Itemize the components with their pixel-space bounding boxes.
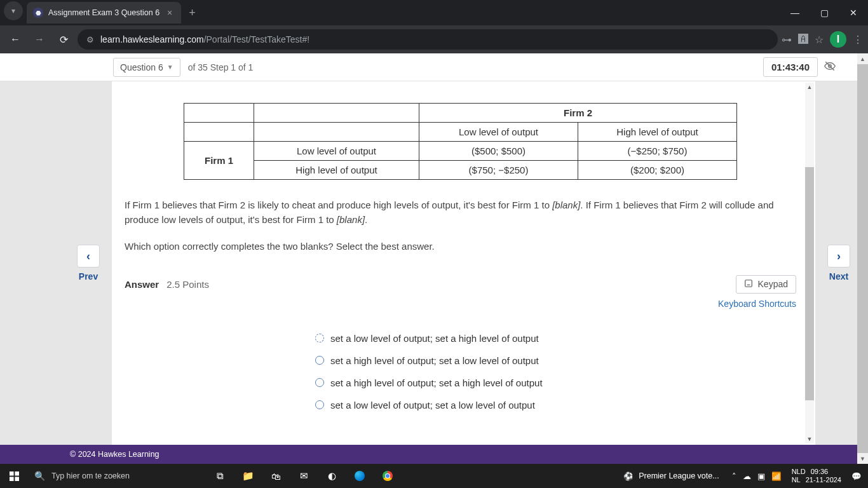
page-viewport: Question 6 ▼ of 35 Step 1 of 1 01:43:40 … bbox=[0, 53, 868, 464]
next-nav: › Next bbox=[820, 81, 857, 445]
close-tab-icon[interactable]: × bbox=[165, 8, 175, 18]
option-4-label: set a low level of output; set a low lev… bbox=[330, 400, 535, 410]
option-4[interactable]: set a low level of output; set a low lev… bbox=[315, 400, 796, 410]
wifi-icon[interactable]: 📶 bbox=[771, 471, 782, 481]
prev-button[interactable]: ‹ bbox=[77, 245, 100, 268]
translate-icon[interactable]: 🅰 bbox=[798, 34, 808, 45]
cell-low-high: (−$250; $750) bbox=[578, 142, 737, 161]
svg-rect-10 bbox=[10, 471, 14, 476]
system-tray: ⚽ Premier League vote... ˄ ☁ ▣ 📶 NLD 09:… bbox=[617, 468, 868, 484]
tab-title: Assignment Exam 3 Question 6 bbox=[48, 8, 159, 17]
option-1-label: set a low level of output; set a high le… bbox=[330, 333, 539, 344]
new-tab-button[interactable]: + bbox=[181, 6, 203, 20]
prev-nav: ‹ Prev bbox=[70, 81, 107, 445]
bookmark-star-icon[interactable]: ☆ bbox=[815, 34, 824, 46]
question-header-bar: Question 6 ▼ of 35 Step 1 of 1 01:43:40 bbox=[0, 53, 857, 81]
answer-options: set a low level of output; set a high le… bbox=[315, 333, 796, 410]
radio-icon bbox=[315, 378, 324, 387]
option-3[interactable]: set a high level of output; set a high l… bbox=[315, 377, 796, 388]
news-text: Premier League vote... bbox=[639, 471, 719, 480]
chevron-down-icon: ▼ bbox=[167, 64, 173, 71]
question-paragraph-1: If Firm 1 believes that Firm 2 is likely… bbox=[125, 198, 796, 227]
onedrive-icon[interactable]: ☁ bbox=[743, 471, 751, 481]
taskbar-search[interactable]: 🔍 Typ hier om te zoeken bbox=[28, 464, 206, 488]
timer-box: 01:43:40 bbox=[763, 57, 836, 77]
option-2[interactable]: set a high level of output; set a low le… bbox=[315, 355, 796, 366]
lang-indicator-1: NLD bbox=[792, 468, 806, 476]
mail-icon[interactable]: ✉ bbox=[290, 464, 318, 488]
task-view-icon[interactable]: ⧉ bbox=[206, 464, 234, 488]
clock-time: 09:36 bbox=[811, 468, 829, 476]
next-label: Next bbox=[829, 271, 848, 281]
card-scrollbar[interactable]: ▲ ▼ bbox=[805, 83, 814, 444]
clock-date: 21-11-2024 bbox=[806, 476, 841, 484]
row-high-header: High level of output bbox=[254, 161, 419, 180]
close-window-button[interactable]: ✕ bbox=[839, 0, 868, 25]
tray-chevron-icon[interactable]: ˄ bbox=[732, 471, 736, 481]
cell-high-low: ($750; −$250) bbox=[419, 161, 578, 180]
reload-button[interactable]: ⟳ bbox=[53, 29, 74, 50]
scroll-down-icon[interactable]: ▼ bbox=[857, 453, 868, 464]
next-button[interactable]: › bbox=[827, 245, 850, 268]
q-blank-1: [blank] bbox=[552, 200, 580, 210]
profile-avatar[interactable]: I bbox=[830, 31, 846, 48]
prev-label: Prev bbox=[79, 271, 98, 281]
keyboard-shortcuts-link[interactable]: Keyboard Shortcuts bbox=[125, 299, 796, 309]
answer-header-row: Answer 2.5 Points Keypad bbox=[125, 275, 796, 294]
scroll-track[interactable] bbox=[805, 92, 814, 435]
option-3-label: set a high level of output; set a high l… bbox=[330, 377, 543, 388]
question-card: Firm 2 Low level of output High level of… bbox=[112, 81, 815, 445]
q-p1a: If Firm 1 believes that Firm 2 is likely… bbox=[125, 200, 552, 210]
battery-icon[interactable]: ▣ bbox=[757, 471, 765, 481]
search-placeholder: Typ hier om te zoeken bbox=[51, 471, 130, 480]
scroll-up-icon[interactable]: ▲ bbox=[805, 83, 814, 92]
scroll-thumb[interactable] bbox=[857, 64, 868, 453]
cell-low-low: ($500; $500) bbox=[419, 142, 578, 161]
kebab-menu-icon[interactable]: ⋮ bbox=[853, 34, 863, 46]
scroll-down-icon[interactable]: ▼ bbox=[805, 435, 814, 444]
minimize-button[interactable]: ― bbox=[780, 0, 810, 25]
option-1[interactable]: set a low level of output; set a high le… bbox=[315, 333, 796, 344]
news-widget[interactable]: ⚽ Premier League vote... bbox=[617, 471, 725, 481]
svg-rect-12 bbox=[10, 477, 14, 481]
url-text: learn.hawkeslearning.com/Portal/Test/Tes… bbox=[100, 34, 309, 44]
tab-search-button[interactable]: ▾ bbox=[4, 1, 23, 20]
scroll-thumb[interactable] bbox=[805, 167, 814, 400]
scroll-up-icon[interactable]: ▲ bbox=[857, 53, 868, 64]
news-icon: ⚽ bbox=[623, 471, 634, 481]
timer-display: 01:43:40 bbox=[763, 57, 818, 77]
question-number-label: Question 6 bbox=[120, 62, 163, 72]
start-button[interactable] bbox=[0, 464, 28, 488]
address-bar[interactable]: ⚙ learn.hawkeslearning.com/Portal/Test/T… bbox=[78, 29, 778, 50]
url-host: learn.hawkeslearning.com bbox=[100, 34, 204, 44]
chrome-icon[interactable] bbox=[374, 464, 402, 488]
question-selector[interactable]: Question 6 ▼ bbox=[113, 58, 180, 77]
firm1-header: Firm 1 bbox=[184, 142, 254, 180]
tab-strip: ▾ ⬣ Assignment Exam 3 Question 6 × + bbox=[0, 0, 203, 25]
forward-button[interactable]: → bbox=[29, 29, 50, 50]
col-high-header: High level of output bbox=[578, 123, 737, 142]
svg-rect-13 bbox=[15, 477, 19, 481]
back-button[interactable]: ← bbox=[5, 29, 25, 50]
svg-rect-11 bbox=[15, 471, 19, 476]
edge-icon[interactable] bbox=[346, 464, 374, 488]
step-label: of 35 Step 1 of 1 bbox=[180, 58, 261, 76]
answer-label: Answer bbox=[125, 279, 159, 290]
file-explorer-icon[interactable]: 📁 bbox=[234, 464, 262, 488]
site-settings-icon[interactable]: ⚙ bbox=[86, 35, 94, 44]
action-center-icon[interactable]: 💬 bbox=[851, 471, 862, 481]
ms-store-icon[interactable]: 🛍 bbox=[262, 464, 290, 488]
password-icon[interactable]: ⊶ bbox=[782, 34, 792, 46]
question-paragraph-2: Which option correctly completes the two… bbox=[125, 239, 796, 254]
viewport-scrollbar[interactable]: ▲ ▼ bbox=[857, 53, 868, 464]
browser-tab-active[interactable]: ⬣ Assignment Exam 3 Question 6 × bbox=[27, 2, 181, 24]
maximize-button[interactable]: ▢ bbox=[810, 0, 839, 25]
copilot-icon[interactable]: ◐ bbox=[318, 464, 346, 488]
clock[interactable]: NLD 09:36 NL 21-11-2024 bbox=[788, 468, 845, 484]
col-low-header: Low level of output bbox=[419, 123, 578, 142]
keypad-button[interactable]: Keypad bbox=[736, 275, 796, 294]
firm2-header: Firm 2 bbox=[419, 104, 737, 123]
hide-timer-icon[interactable] bbox=[824, 60, 836, 74]
hawkes-favicon: ⬣ bbox=[33, 8, 43, 18]
radio-icon bbox=[315, 356, 324, 365]
